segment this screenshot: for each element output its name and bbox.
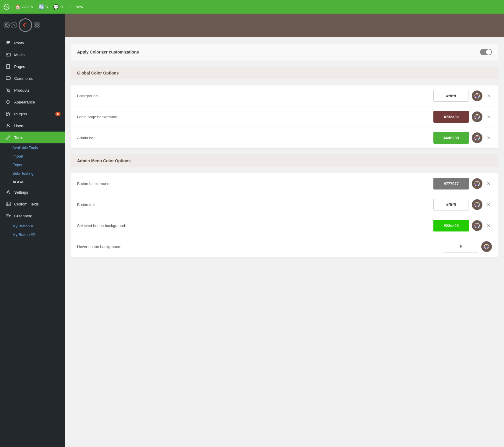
updates-button[interactable]: 🔄 5 xyxy=(38,4,48,10)
btn-bg-clear[interactable]: × xyxy=(485,180,492,187)
sidebar-my-button-1[interactable]: My Button #1 xyxy=(0,222,65,230)
new-label: New xyxy=(75,5,83,9)
comments-button[interactable]: 💬 0 xyxy=(53,4,63,10)
selected-btn-bg-row: Selected button background: #22cc00 × xyxy=(71,215,498,236)
appearance-icon xyxy=(5,99,11,105)
sidebar-sub-beta-testing[interactable]: Beta Testing xyxy=(0,169,65,178)
sidebar-nav-settings[interactable]: Settings xyxy=(0,186,65,198)
new-button[interactable]: ＋ New xyxy=(68,4,83,10)
updates-icon: 🔄 xyxy=(38,4,44,10)
admin-bar-label: Admin bar: xyxy=(77,136,433,140)
login-bg-clear[interactable]: × xyxy=(485,114,492,120)
appearance-label: Appearance xyxy=(14,100,35,104)
plus-icon: ＋ xyxy=(68,4,74,10)
login-bg-color-input[interactable]: #733a3a xyxy=(433,111,469,123)
sidebar-my-button-2[interactable]: My Button #2 xyxy=(0,230,65,239)
users-icon xyxy=(5,123,11,129)
pages-label: Pages xyxy=(14,64,25,69)
background-color-wheel[interactable] xyxy=(472,90,482,101)
sidebar-nav-plugins[interactable]: Plugins 5 xyxy=(0,108,65,120)
svg-point-36 xyxy=(478,138,479,139)
settings-icon xyxy=(5,189,11,195)
comments-count: 0 xyxy=(61,5,63,9)
sidebar-nav-appearance[interactable]: Appearance xyxy=(0,96,65,108)
wp-logo-button[interactable] xyxy=(4,4,9,10)
svg-point-43 xyxy=(477,203,478,204)
hover-btn-bg-label: Hover button background: xyxy=(77,244,443,249)
svg-rect-6 xyxy=(6,41,10,42)
admin-menu-section-header: Admin Menu Color Options xyxy=(71,155,498,167)
sidebar-nav-gutenberg[interactable]: Gutenberg xyxy=(0,210,65,222)
svg-point-3 xyxy=(35,24,38,27)
btn-bg-color-input[interactable]: #777977 xyxy=(433,178,469,190)
admin-bar-color-wheel[interactable] xyxy=(472,132,482,143)
sidebar-nav-users[interactable]: Users xyxy=(0,120,65,132)
colorizer-toggle[interactable] xyxy=(480,49,492,55)
site-name-button[interactable]: 🏠 AGCA xyxy=(15,4,33,10)
background-clear[interactable]: × xyxy=(485,93,492,99)
updates-count: 5 xyxy=(46,5,48,9)
sidebar-nav-posts[interactable]: Posts xyxy=(0,37,65,49)
svg-rect-7 xyxy=(6,42,10,43)
comments-icon: 💬 xyxy=(53,4,59,10)
posts-icon xyxy=(5,40,11,46)
background-color-input[interactable]: #ffffff xyxy=(433,90,469,102)
svg-point-33 xyxy=(475,117,477,118)
admin-bar-clear[interactable]: × xyxy=(485,135,492,141)
selected-btn-bg-color-wheel[interactable] xyxy=(472,220,482,231)
main-content: Apply Colorizer customizations Global Co… xyxy=(65,14,504,447)
hover-btn-bg-input-group: # xyxy=(443,241,492,252)
toggle-row: Apply Colorizer customizations xyxy=(71,43,498,61)
login-bg-color-wheel[interactable] xyxy=(472,111,482,122)
sidebar-nav-media[interactable]: Media xyxy=(0,49,65,61)
site-name-label: AGCA xyxy=(22,5,33,9)
admin-menu-title: Admin Menu Color Options xyxy=(77,158,131,163)
posts-label: Posts xyxy=(14,41,24,45)
svg-point-5 xyxy=(37,25,38,25)
btn-text-color-wheel[interactable] xyxy=(472,199,482,210)
media-icon xyxy=(5,52,11,58)
svg-point-53 xyxy=(485,247,486,248)
sidebar-nav-comments[interactable]: Comments xyxy=(0,72,65,84)
global-color-title: Global Color Options xyxy=(77,71,119,75)
sidebar-nav-tools[interactable]: Tools xyxy=(0,132,65,143)
users-label: Users xyxy=(14,124,24,128)
sidebar-nav-products[interactable]: Products xyxy=(0,84,65,96)
selected-btn-bg-clear[interactable]: × xyxy=(485,222,492,229)
hover-btn-bg-color-wheel[interactable] xyxy=(481,241,492,252)
admin-bar-color-input[interactable]: #4db238 xyxy=(433,132,469,144)
svg-point-45 xyxy=(475,205,477,206)
sidebar-logo: C xyxy=(0,14,65,37)
sidebar-sub-export[interactable]: Export xyxy=(0,161,65,169)
background-input-group: #ffffff × xyxy=(433,90,492,102)
admin-bar-input-group: #4db238 × xyxy=(433,132,492,144)
sidebar-nav-custom-fields[interactable]: Custom Fields xyxy=(0,198,65,210)
svg-point-40 xyxy=(478,184,479,185)
login-bg-input-group: #733a3a × xyxy=(433,111,492,123)
tools-label: Tools xyxy=(14,135,23,140)
settings-label: Settings xyxy=(14,190,28,195)
admin-bar: 🏠 AGCA 🔄 5 💬 0 ＋ New xyxy=(0,0,504,14)
gutenberg-label: Gutenberg xyxy=(14,214,32,218)
logo-circle-1 xyxy=(4,22,10,28)
svg-point-37 xyxy=(475,138,477,139)
sidebar-sub-agca[interactable]: AGCA xyxy=(0,178,65,186)
svg-point-15 xyxy=(9,92,10,93)
global-color-section-header: Global Color Options xyxy=(71,67,498,79)
selected-btn-bg-color-input[interactable]: #22cc00 xyxy=(433,220,469,231)
logo-circle-3 xyxy=(34,22,40,28)
sidebar-sub-available-tools[interactable]: Available Tools xyxy=(0,143,65,152)
sidebar-nav-pages[interactable]: Pages xyxy=(0,61,65,72)
svg-point-2 xyxy=(6,24,7,25)
hover-btn-bg-color-input[interactable]: # xyxy=(443,241,478,252)
login-bg-label: Login page background: xyxy=(77,115,433,119)
svg-point-4 xyxy=(36,25,37,25)
sidebar-sub-import[interactable]: Import xyxy=(0,152,65,161)
btn-text-color-input[interactable]: #ffffff xyxy=(433,199,469,210)
hover-btn-bg-row: Hover button background: # xyxy=(71,236,498,257)
btn-bg-color-wheel[interactable] xyxy=(472,178,482,189)
background-row: Background: #ffffff × xyxy=(71,85,498,106)
btn-text-clear[interactable]: × xyxy=(485,201,492,208)
plugins-badge: 5 xyxy=(55,112,61,116)
custom-fields-icon xyxy=(5,201,11,207)
